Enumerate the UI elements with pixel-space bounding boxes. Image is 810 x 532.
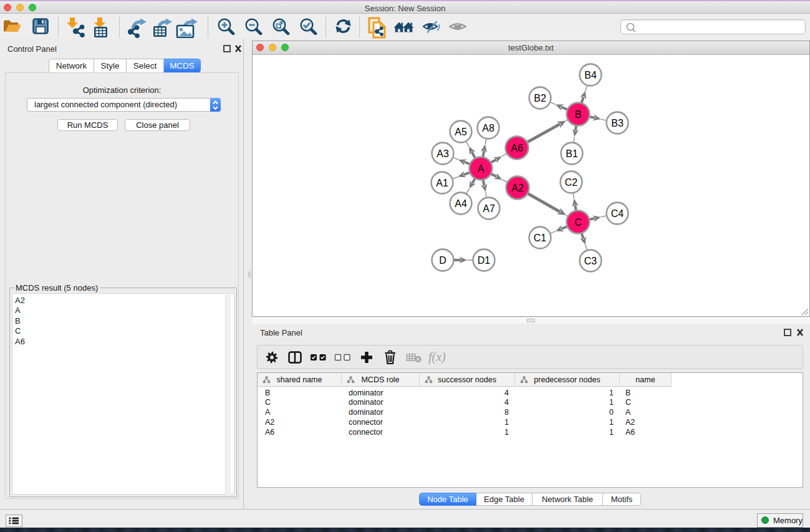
- svg-text:B1: B1: [566, 148, 578, 159]
- svg-text:A6: A6: [511, 143, 523, 153]
- svg-text:A1: A1: [436, 178, 448, 188]
- svg-text:A: A: [478, 163, 485, 174]
- svg-text:D1: D1: [478, 255, 491, 266]
- svg-text:B4: B4: [584, 70, 597, 80]
- svg-text:A2: A2: [511, 183, 524, 193]
- svg-text:A8: A8: [482, 123, 494, 133]
- svg-text:A3: A3: [436, 148, 449, 159]
- svg-text:C3: C3: [584, 256, 597, 266]
- svg-text:C2: C2: [565, 177, 578, 188]
- svg-text:B3: B3: [611, 118, 624, 128]
- svg-text:B: B: [575, 109, 582, 120]
- svg-text:A4: A4: [455, 198, 467, 209]
- svg-text:A5: A5: [455, 127, 467, 137]
- svg-text:C4: C4: [611, 208, 624, 219]
- svg-text:C1: C1: [534, 233, 547, 243]
- svg-text:A7: A7: [483, 203, 495, 214]
- svg-text:C: C: [574, 217, 582, 228]
- svg-text:D: D: [439, 255, 446, 266]
- svg-text:B2: B2: [534, 93, 546, 104]
